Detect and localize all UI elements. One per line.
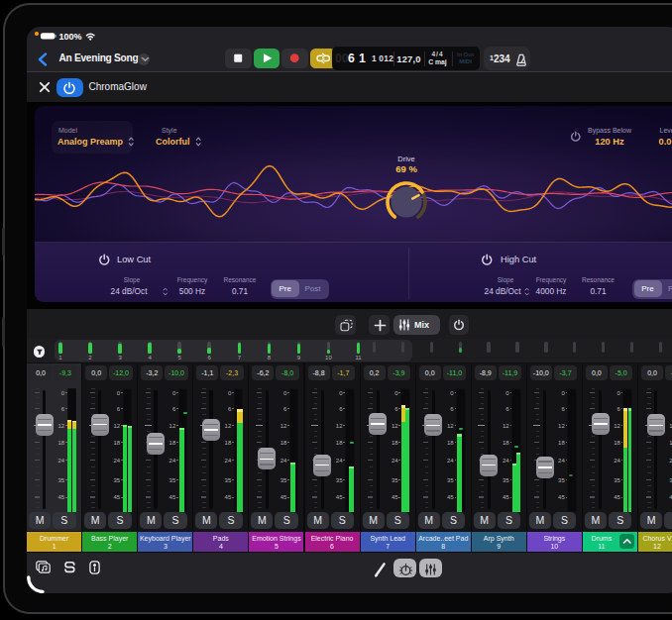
svg-text:100%: 100% (59, 32, 82, 42)
